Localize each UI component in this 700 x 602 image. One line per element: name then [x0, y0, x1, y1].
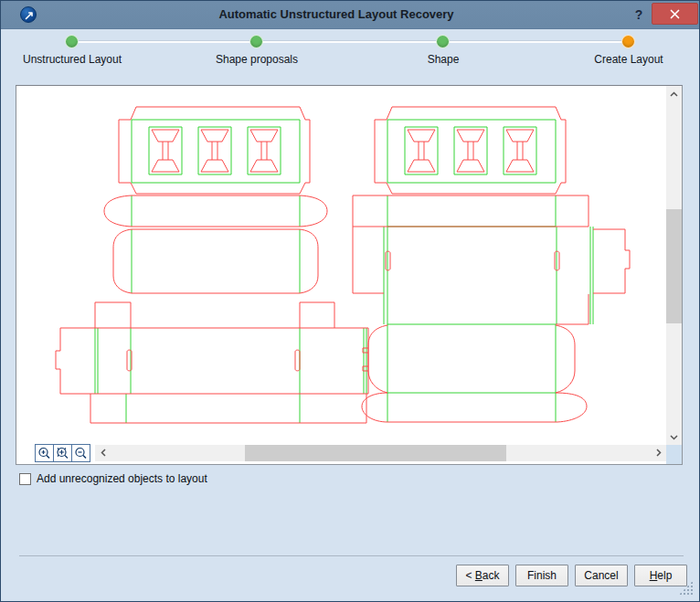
- vertical-scrollbar-thumb[interactable]: [666, 209, 682, 323]
- zoom-in-button[interactable]: [35, 444, 54, 462]
- step-dot-create-layout: [621, 35, 635, 48]
- add-unrecognized-label: Add unrecognized objects to layout: [37, 472, 207, 485]
- zoom-out-button[interactable]: [71, 444, 90, 462]
- zoom-fit-button[interactable]: [53, 444, 72, 462]
- add-unrecognized-checkbox[interactable]: [19, 473, 31, 485]
- horizontal-scrollbar[interactable]: [95, 445, 666, 461]
- horizontal-scrollbar-thumb[interactable]: [245, 445, 506, 461]
- scrollbar-corner: [666, 445, 682, 464]
- help-button[interactable]: ?: [631, 5, 646, 25]
- scroll-down-arrow-icon[interactable]: [666, 429, 682, 445]
- back-button[interactable]: < Back: [456, 565, 509, 586]
- step-dot-shape-proposals: [249, 35, 263, 48]
- zoom-toolbar: [35, 444, 90, 462]
- footer-separator: [19, 555, 684, 556]
- step-label-unstructured-layout: Unstructured Layout: [0, 53, 145, 66]
- wizard-step-indicator: Unstructured Layout Shape proposals Shap…: [6, 28, 694, 79]
- app-logo-icon: [20, 6, 37, 23]
- vertical-scrollbar[interactable]: [666, 86, 682, 445]
- scroll-left-arrow-icon[interactable]: [95, 445, 111, 460]
- titlebar: Automatic Unstructured Layout Recovery ?: [1, 1, 699, 29]
- dieline-drawing: [16, 86, 665, 444]
- step-dot-unstructured-layout: [65, 35, 79, 48]
- close-icon: [670, 9, 680, 19]
- step-label-shape-proposals: Shape proposals: [184, 53, 330, 66]
- footer-button-row: < Back Finish Cancel Help: [456, 565, 687, 586]
- step-label-create-layout: Create Layout: [556, 53, 700, 66]
- layout-preview-canvas[interactable]: [16, 85, 683, 465]
- help-button-footer[interactable]: Help: [634, 565, 687, 586]
- window-title: Automatic Unstructured Layout Recovery: [56, 1, 617, 28]
- cancel-button[interactable]: Cancel: [575, 565, 628, 586]
- close-button[interactable]: [652, 3, 698, 25]
- zoom-out-icon: [74, 447, 88, 460]
- finish-button[interactable]: Finish: [515, 565, 568, 586]
- zoom-fit-icon: [56, 447, 69, 460]
- step-label-shape: Shape: [370, 53, 516, 66]
- dialog-window: Automatic Unstructured Layout Recovery ?…: [0, 0, 700, 602]
- scroll-right-arrow-icon[interactable]: [651, 445, 666, 460]
- zoom-in-icon: [37, 447, 51, 460]
- option-row: Add unrecognized objects to layout: [19, 471, 207, 486]
- scroll-up-arrow-icon[interactable]: [666, 86, 682, 101]
- step-connector-line: [72, 41, 628, 43]
- step-dot-shape: [436, 35, 450, 48]
